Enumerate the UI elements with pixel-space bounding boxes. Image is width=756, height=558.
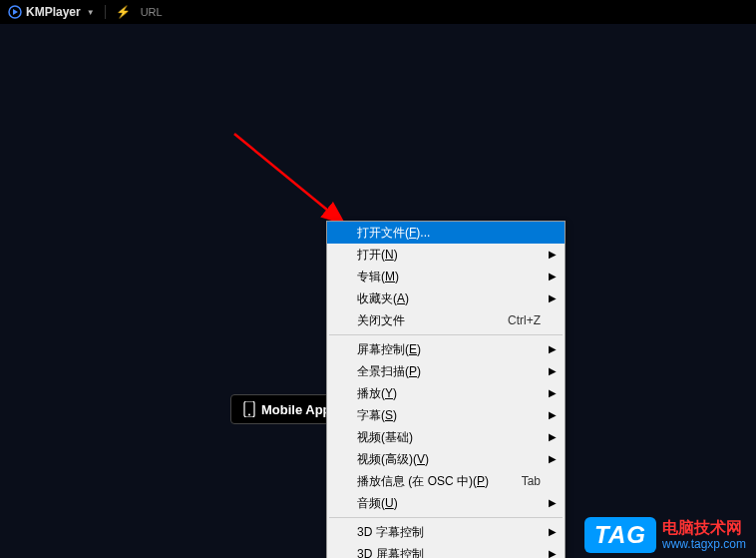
menu-item-label: 播放信息 (在 OSC 中)(P) <box>357 473 489 489</box>
main-area: Mobile App 打开文件(F)...打开(N)▶专辑(M)▶收藏夹(A)▶… <box>0 24 756 558</box>
menu-shortcut: Tab <box>522 473 541 489</box>
menu-item-8[interactable]: 播放(Y)▶ <box>327 382 565 404</box>
watermark-url: www.tagxp.com <box>662 537 746 551</box>
menu-shortcut: Ctrl+Z <box>508 312 541 328</box>
menu-item-16[interactable]: 3D 屏幕控制▶ <box>327 543 565 558</box>
chevron-right-icon: ▶ <box>549 247 557 263</box>
phone-icon <box>243 401 255 417</box>
chevron-right-icon: ▶ <box>549 385 557 401</box>
watermark-badge: TAG <box>584 517 656 553</box>
menu-separator <box>329 334 563 335</box>
chevron-right-icon: ▶ <box>549 363 557 379</box>
menu-item-label: 视频(高级)(V) <box>357 451 429 467</box>
menu-item-label: 3D 屏幕控制 <box>357 546 424 558</box>
chevron-right-icon: ▶ <box>549 429 557 445</box>
menu-item-0[interactable]: 打开文件(F)... <box>327 222 565 244</box>
watermark-title: 电脑技术网 <box>662 518 746 537</box>
menu-item-15[interactable]: 3D 字幕控制▶ <box>327 521 565 543</box>
menu-item-3[interactable]: 收藏夹(A)▶ <box>327 287 565 309</box>
title-bar: KMPlayer ▼ ⚡ URL <box>0 0 756 24</box>
menu-item-12[interactable]: 播放信息 (在 OSC 中)(P)Tab <box>327 470 565 492</box>
mobile-app-label: Mobile App <box>261 402 331 417</box>
menu-item-label: 视频(基础) <box>357 429 413 445</box>
menu-item-label: 字幕(S) <box>357 407 397 423</box>
menu-item-11[interactable]: 视频(高级)(V)▶ <box>327 448 565 470</box>
menu-item-label: 音频(U) <box>357 495 398 511</box>
chevron-down-icon: ▼ <box>87 8 95 17</box>
chevron-right-icon: ▶ <box>549 524 557 540</box>
url-label[interactable]: URL <box>141 6 163 18</box>
menu-item-label: 屏幕控制(E) <box>357 341 421 357</box>
menu-item-9[interactable]: 字幕(S)▶ <box>327 404 565 426</box>
menu-item-7[interactable]: 全景扫描(P)▶ <box>327 360 565 382</box>
chevron-right-icon: ▶ <box>549 495 557 511</box>
watermark-text: 电脑技术网 www.tagxp.com <box>662 518 746 552</box>
chevron-right-icon: ▶ <box>549 290 557 306</box>
chevron-right-icon: ▶ <box>549 451 557 467</box>
menu-item-label: 播放(Y) <box>357 385 397 401</box>
menu-item-label: 专辑(M) <box>357 269 399 284</box>
menu-item-1[interactable]: 打开(N)▶ <box>327 244 565 266</box>
chevron-right-icon: ▶ <box>549 341 557 357</box>
svg-line-2 <box>234 134 344 224</box>
menu-item-10[interactable]: 视频(基础)▶ <box>327 426 565 448</box>
kmplayer-logo-icon <box>8 5 22 19</box>
menu-item-4[interactable]: 关闭文件Ctrl+Z <box>327 309 565 331</box>
bolt-icon[interactable]: ⚡ <box>116 5 131 19</box>
chevron-right-icon: ▶ <box>549 269 557 284</box>
menu-item-label: 收藏夹(A) <box>357 290 409 306</box>
menu-item-2[interactable]: 专辑(M)▶ <box>327 266 565 287</box>
menu-item-6[interactable]: 屏幕控制(E)▶ <box>327 338 565 360</box>
menu-item-label: 打开文件(F)... <box>357 225 430 241</box>
menu-item-13[interactable]: 音频(U)▶ <box>327 492 565 514</box>
menu-separator <box>329 517 563 518</box>
menu-item-label: 3D 字幕控制 <box>357 524 424 540</box>
divider <box>105 5 106 19</box>
svg-point-4 <box>248 414 250 416</box>
context-menu: 打开文件(F)...打开(N)▶专辑(M)▶收藏夹(A)▶关闭文件Ctrl+Z屏… <box>326 221 566 558</box>
watermark: TAG 电脑技术网 www.tagxp.com <box>584 517 746 553</box>
chevron-right-icon: ▶ <box>549 407 557 423</box>
menu-item-label: 打开(N) <box>357 247 398 263</box>
menu-item-label: 全景扫描(P) <box>357 363 421 379</box>
chevron-right-icon: ▶ <box>549 546 557 558</box>
menu-item-label: 关闭文件 <box>357 312 405 328</box>
app-name-label: KMPlayer <box>26 5 81 19</box>
app-logo-button[interactable]: KMPlayer ▼ <box>8 5 95 19</box>
